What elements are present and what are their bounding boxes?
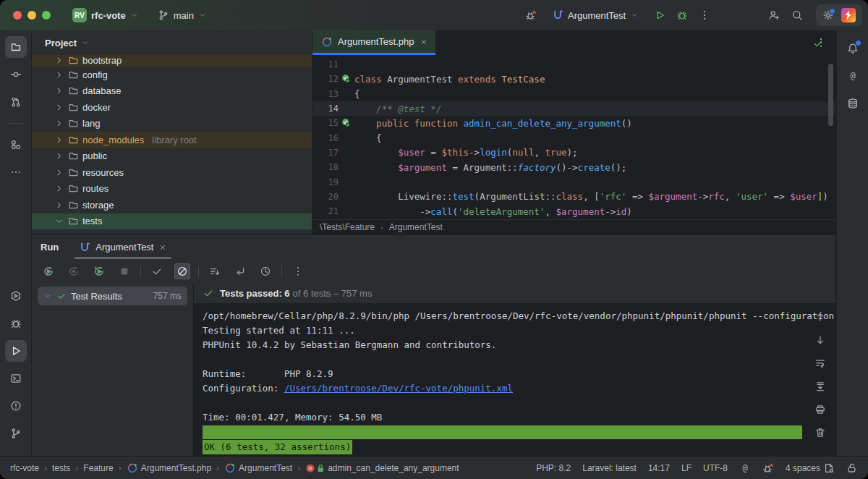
code-line-17[interactable]: 17 $user = $this->login(null, true); — [312, 145, 835, 160]
tree-item-database[interactable]: database — [32, 83, 312, 100]
debug-button[interactable] — [676, 9, 688, 21]
code-line-18[interactable]: 18 $argument = Argument::factory()->crea… — [312, 160, 835, 174]
config-file-link[interactable]: /Users/brentroose/Dev/rfc-vote/phpunit.x… — [284, 383, 513, 394]
status-crumb-rfc-vote[interactable]: rfc-vote — [10, 463, 39, 473]
run-tool-icon[interactable] — [5, 340, 27, 362]
chevron-right-icon[interactable] — [54, 151, 64, 161]
chevron-right-icon[interactable] — [54, 167, 64, 178]
status-crumb-ArgumentTest.php[interactable]: ArgumentTest.php — [127, 462, 211, 474]
soft-wrap-icon[interactable] — [812, 355, 828, 371]
terminal-tool-icon[interactable] — [5, 368, 27, 389]
chevron-right-icon[interactable] — [54, 135, 64, 145]
chevron-right-icon[interactable] — [54, 200, 64, 211]
rerun-idle-icon[interactable] — [66, 263, 82, 279]
code-line-13[interactable]: 13{ — [312, 87, 835, 101]
rerun-icon[interactable] — [41, 263, 56, 279]
run-test-gutter-icon[interactable] — [339, 74, 354, 85]
profiler-icon[interactable] — [525, 9, 537, 21]
tree-item-public[interactable]: public — [32, 148, 312, 165]
services-tool-icon[interactable] — [5, 285, 27, 307]
no-debug-icon[interactable] — [762, 462, 774, 474]
tree-item-bootstrap[interactable]: bootstrap — [32, 55, 312, 67]
code-area[interactable]: 1112class ArgumentTest extends TestCase1… — [312, 55, 835, 220]
tree-item-routes[interactable]: routes — [32, 181, 312, 198]
print-icon[interactable] — [812, 402, 828, 417]
project-selector[interactable]: RV rfc-vote — [68, 6, 143, 25]
tree-item-tests[interactable]: tests — [32, 213, 312, 230]
clock[interactable]: 14:17 — [648, 463, 670, 473]
code-line-12[interactable]: 12class ArgumentTest extends TestCase — [312, 72, 835, 86]
code-line-11[interactable]: 11 — [312, 57, 835, 72]
arrow-down-icon[interactable] — [812, 332, 828, 348]
structure-tool-icon[interactable] — [5, 134, 27, 156]
more-v-icon[interactable] — [290, 263, 306, 279]
more-tools-icon[interactable] — [5, 161, 27, 183]
code-line-21[interactable]: 21 ->call('deleteArgument', $argument->i… — [312, 204, 835, 219]
tree-item-resources[interactable]: resources — [32, 164, 312, 181]
chevron-down-icon[interactable] — [54, 216, 64, 226]
problems-tool-icon[interactable] — [5, 395, 27, 417]
close-run-tab-icon[interactable] — [158, 243, 167, 252]
tree-item-config[interactable]: config — [32, 67, 312, 83]
code-line-15[interactable]: 15 public function admin_can_delete_any_… — [312, 116, 835, 130]
tree-item-docker[interactable]: docker — [32, 99, 312, 116]
more-actions-icon[interactable] — [699, 9, 710, 21]
editor-scrollbar[interactable] — [828, 64, 833, 126]
laravel-status-icon[interactable]: @ — [739, 462, 751, 474]
show-ignored-icon[interactable] — [174, 263, 190, 279]
trash-icon[interactable] — [812, 425, 828, 441]
sort-icon[interactable] — [207, 263, 223, 279]
code-line-20[interactable]: 20 Livewire::test(ArgumentList::class, [… — [312, 190, 835, 204]
breadcrumb-namespace[interactable]: \Tests\Feature — [320, 222, 375, 232]
console-output[interactable]: /opt/homebrew/Cellar/php/8.2.9/bin/php /… — [194, 303, 835, 456]
laravel-version[interactable]: Laravel: latest — [582, 463, 637, 473]
close-window-button[interactable] — [13, 11, 22, 20]
php-version[interactable]: PHP: 8.2 — [536, 463, 571, 473]
rerun-failed-icon[interactable] — [91, 263, 107, 279]
test-results-row[interactable]: Test Results 757 ms — [38, 287, 187, 305]
run-button[interactable] — [654, 9, 665, 21]
tree-item-storage[interactable]: storage — [32, 197, 312, 213]
chevron-right-icon[interactable] — [54, 183, 64, 194]
history-icon[interactable] — [258, 263, 273, 279]
status-crumb-tests[interactable]: tests — [52, 463, 70, 473]
code-line-14[interactable]: 14 /** @test */ — [312, 101, 835, 116]
encoding[interactable]: UTF-8 — [703, 463, 728, 473]
run-test-gutter-icon[interactable] — [339, 118, 354, 129]
commit-tool-icon[interactable] — [5, 64, 27, 85]
line-separator[interactable]: LF — [681, 463, 692, 473]
branch-selector[interactable]: main — [153, 7, 211, 23]
run-tab-argumenttest[interactable]: ArgumentTest — [72, 235, 174, 259]
chevron-right-icon[interactable] — [54, 118, 64, 129]
chevron-down-icon[interactable] — [43, 292, 52, 300]
chevron-right-icon[interactable] — [54, 85, 64, 96]
status-crumb-Feature[interactable]: Feature — [83, 463, 113, 473]
code-line-16[interactable]: 16 { — [312, 130, 835, 145]
debug-tool-icon[interactable] — [5, 313, 27, 334]
scroll-end-icon[interactable] — [812, 378, 828, 394]
pull-requests-tool-icon[interactable] — [5, 91, 27, 113]
code-line-19[interactable]: 19 — [312, 174, 835, 189]
zoom-window-button[interactable] — [42, 11, 51, 20]
show-passed-icon[interactable] — [149, 263, 165, 279]
nav-corner-icon[interactable] — [232, 263, 248, 279]
minimize-window-button[interactable] — [27, 11, 36, 20]
chevron-right-icon[interactable] — [54, 55, 64, 66]
laravel-icon[interactable]: @ — [842, 65, 864, 87]
chevron-right-icon[interactable] — [54, 102, 64, 113]
status-crumb-admin_can_delete_any_argument[interactable]: madmin_can_delete_any_argument — [305, 463, 459, 473]
indent-style[interactable]: 4 spaces — [786, 462, 835, 474]
code-with-me-icon[interactable] — [768, 9, 780, 21]
breadcrumb-class[interactable]: ArgumentTest — [389, 222, 443, 232]
write-access-icon[interactable] — [846, 462, 858, 474]
tree-item-node_modules[interactable]: node_moduleslibrary root — [32, 132, 312, 148]
stop-icon[interactable] — [116, 263, 132, 279]
run-config-selector[interactable]: ArgumentTest — [548, 7, 643, 23]
notifications-icon[interactable] — [842, 38, 864, 59]
status-crumb-ArgumentTest[interactable]: ArgumentTest — [224, 462, 292, 474]
chevron-right-icon[interactable] — [54, 69, 64, 80]
arrow-up-icon[interactable] — [812, 309, 828, 325]
settings-gear-icon[interactable] — [822, 9, 834, 21]
project-tool-icon[interactable] — [5, 36, 27, 58]
tree-item-lang[interactable]: lang — [32, 116, 312, 132]
